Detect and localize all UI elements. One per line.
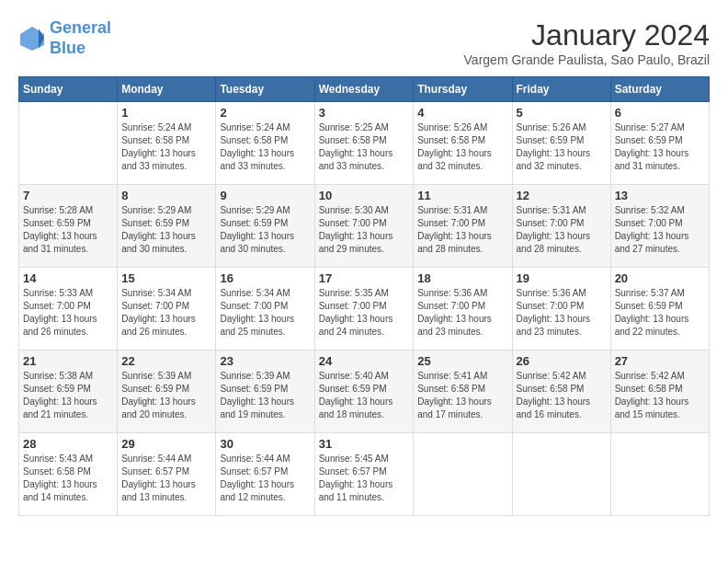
day-info: Sunrise: 5:45 AM Sunset: 6:57 PM Dayligh…: [319, 453, 410, 504]
day-cell: 19Sunrise: 5:36 AM Sunset: 7:00 PM Dayli…: [512, 268, 610, 350]
day-cell: 13Sunrise: 5:32 AM Sunset: 7:00 PM Dayli…: [610, 185, 709, 268]
day-cell: 12Sunrise: 5:31 AM Sunset: 7:00 PM Dayli…: [512, 185, 610, 268]
day-cell: 26Sunrise: 5:42 AM Sunset: 6:58 PM Dayli…: [512, 350, 610, 433]
day-number: 9: [220, 189, 310, 202]
day-number: 2: [220, 106, 310, 120]
day-number: 14: [23, 271, 113, 285]
month-title: January 2024: [464, 18, 710, 52]
day-cell: 25Sunrise: 5:41 AM Sunset: 6:58 PM Dayli…: [414, 350, 512, 433]
day-cell: 7Sunrise: 5:28 AM Sunset: 6:59 PM Daylig…: [19, 185, 118, 268]
logo-line1: General: [50, 18, 111, 37]
day-number: 24: [319, 354, 410, 368]
day-number: 23: [220, 354, 310, 368]
day-info: Sunrise: 5:36 AM Sunset: 7:00 PM Dayligh…: [417, 287, 507, 339]
day-info: Sunrise: 5:32 AM Sunset: 7:00 PM Dayligh…: [615, 204, 705, 256]
day-cell: 5Sunrise: 5:26 AM Sunset: 6:59 PM Daylig…: [512, 102, 610, 185]
week-row-1: 1Sunrise: 5:24 AM Sunset: 6:58 PM Daylig…: [19, 102, 710, 185]
day-info: Sunrise: 5:39 AM Sunset: 6:59 PM Dayligh…: [220, 370, 310, 421]
day-info: Sunrise: 5:39 AM Sunset: 6:59 PM Dayligh…: [121, 370, 211, 421]
week-row-3: 14Sunrise: 5:33 AM Sunset: 7:00 PM Dayli…: [19, 268, 710, 350]
day-cell: 22Sunrise: 5:39 AM Sunset: 6:59 PM Dayli…: [118, 350, 216, 433]
day-info: Sunrise: 5:35 AM Sunset: 7:00 PM Dayligh…: [319, 287, 410, 339]
day-number: 19: [517, 271, 607, 285]
logo: General Blue: [18, 18, 111, 58]
logo-line2: Blue: [50, 39, 111, 59]
day-cell: 15Sunrise: 5:34 AM Sunset: 7:00 PM Dayli…: [118, 268, 216, 350]
weekday-header-sunday: Sunday: [19, 77, 118, 102]
day-info: Sunrise: 5:37 AM Sunset: 6:59 PM Dayligh…: [615, 287, 705, 339]
day-cell: 31Sunrise: 5:45 AM Sunset: 6:57 PM Dayli…: [314, 433, 414, 516]
day-cell: [512, 433, 610, 516]
day-cell: 4Sunrise: 5:26 AM Sunset: 6:58 PM Daylig…: [414, 102, 512, 185]
day-number: 15: [121, 271, 211, 285]
day-info: Sunrise: 5:43 AM Sunset: 6:58 PM Dayligh…: [23, 453, 113, 504]
day-cell: 1Sunrise: 5:24 AM Sunset: 6:58 PM Daylig…: [118, 102, 216, 185]
title-block: January 2024 Vargem Grande Paulista, Sao…: [464, 18, 710, 67]
day-info: Sunrise: 5:24 AM Sunset: 6:58 PM Dayligh…: [121, 121, 211, 173]
day-cell: 8Sunrise: 5:29 AM Sunset: 6:59 PM Daylig…: [118, 185, 216, 268]
weekday-header-row: SundayMondayTuesdayWednesdayThursdayFrid…: [19, 77, 710, 102]
day-number: 18: [417, 271, 507, 285]
day-info: Sunrise: 5:30 AM Sunset: 7:00 PM Dayligh…: [319, 204, 410, 256]
day-cell: 29Sunrise: 5:44 AM Sunset: 6:57 PM Dayli…: [118, 433, 216, 516]
day-number: 17: [319, 271, 410, 285]
calendar-table: SundayMondayTuesdayWednesdayThursdayFrid…: [18, 76, 710, 516]
day-cell: [610, 433, 709, 516]
weekday-header-monday: Monday: [118, 77, 216, 102]
day-cell: 14Sunrise: 5:33 AM Sunset: 7:00 PM Dayli…: [19, 268, 118, 350]
day-number: 25: [417, 354, 507, 368]
day-cell: 11Sunrise: 5:31 AM Sunset: 7:00 PM Dayli…: [414, 185, 512, 268]
day-cell: 28Sunrise: 5:43 AM Sunset: 6:58 PM Dayli…: [19, 433, 118, 516]
day-cell: 17Sunrise: 5:35 AM Sunset: 7:00 PM Dayli…: [314, 268, 414, 350]
day-info: Sunrise: 5:31 AM Sunset: 7:00 PM Dayligh…: [417, 204, 507, 256]
location: Vargem Grande Paulista, Sao Paulo, Brazi…: [464, 52, 710, 67]
weekday-header-wednesday: Wednesday: [314, 77, 414, 102]
day-cell: 2Sunrise: 5:24 AM Sunset: 6:58 PM Daylig…: [216, 102, 314, 185]
page-header: General Blue January 2024 Vargem Grande …: [18, 18, 710, 67]
day-info: Sunrise: 5:38 AM Sunset: 6:59 PM Dayligh…: [23, 370, 113, 421]
day-cell: 27Sunrise: 5:42 AM Sunset: 6:58 PM Dayli…: [610, 350, 709, 433]
day-cell: [414, 433, 512, 516]
day-info: Sunrise: 5:26 AM Sunset: 6:59 PM Dayligh…: [517, 121, 607, 173]
day-number: 30: [220, 437, 310, 451]
day-number: 26: [517, 354, 607, 368]
day-info: Sunrise: 5:36 AM Sunset: 7:00 PM Dayligh…: [517, 287, 607, 339]
day-number: 29: [121, 437, 211, 451]
day-cell: 9Sunrise: 5:29 AM Sunset: 6:59 PM Daylig…: [216, 185, 314, 268]
day-number: 5: [517, 106, 607, 120]
day-number: 6: [615, 106, 705, 120]
day-number: 13: [615, 189, 705, 202]
day-number: 20: [615, 271, 705, 285]
day-cell: 23Sunrise: 5:39 AM Sunset: 6:59 PM Dayli…: [216, 350, 314, 433]
day-info: Sunrise: 5:29 AM Sunset: 6:59 PM Dayligh…: [220, 204, 310, 256]
day-cell: [19, 102, 118, 185]
day-info: Sunrise: 5:42 AM Sunset: 6:58 PM Dayligh…: [517, 370, 607, 421]
weekday-header-tuesday: Tuesday: [216, 77, 314, 102]
day-info: Sunrise: 5:42 AM Sunset: 6:58 PM Dayligh…: [615, 370, 705, 421]
day-cell: 30Sunrise: 5:44 AM Sunset: 6:57 PM Dayli…: [216, 433, 314, 516]
day-info: Sunrise: 5:40 AM Sunset: 6:59 PM Dayligh…: [319, 370, 410, 421]
day-info: Sunrise: 5:33 AM Sunset: 7:00 PM Dayligh…: [23, 287, 113, 339]
day-cell: 21Sunrise: 5:38 AM Sunset: 6:59 PM Dayli…: [19, 350, 118, 433]
week-row-2: 7Sunrise: 5:28 AM Sunset: 6:59 PM Daylig…: [19, 185, 710, 268]
day-number: 27: [615, 354, 705, 368]
day-cell: 16Sunrise: 5:34 AM Sunset: 7:00 PM Dayli…: [216, 268, 314, 350]
week-row-4: 21Sunrise: 5:38 AM Sunset: 6:59 PM Dayli…: [19, 350, 710, 433]
week-row-5: 28Sunrise: 5:43 AM Sunset: 6:58 PM Dayli…: [19, 433, 710, 516]
day-info: Sunrise: 5:25 AM Sunset: 6:58 PM Dayligh…: [319, 121, 410, 173]
day-info: Sunrise: 5:26 AM Sunset: 6:58 PM Dayligh…: [417, 121, 507, 173]
day-number: 3: [319, 106, 410, 120]
day-info: Sunrise: 5:44 AM Sunset: 6:57 PM Dayligh…: [220, 453, 310, 504]
day-number: 16: [220, 271, 310, 285]
day-info: Sunrise: 5:29 AM Sunset: 6:59 PM Dayligh…: [121, 204, 211, 256]
day-info: Sunrise: 5:44 AM Sunset: 6:57 PM Dayligh…: [121, 453, 211, 504]
day-cell: 10Sunrise: 5:30 AM Sunset: 7:00 PM Dayli…: [314, 185, 414, 268]
day-cell: 3Sunrise: 5:25 AM Sunset: 6:58 PM Daylig…: [314, 102, 414, 185]
day-info: Sunrise: 5:34 AM Sunset: 7:00 PM Dayligh…: [121, 287, 211, 339]
day-number: 1: [121, 106, 211, 120]
day-number: 7: [23, 189, 113, 202]
logo-text: General Blue: [50, 18, 111, 58]
day-cell: 18Sunrise: 5:36 AM Sunset: 7:00 PM Dayli…: [414, 268, 512, 350]
day-cell: 6Sunrise: 5:27 AM Sunset: 6:59 PM Daylig…: [610, 102, 709, 185]
day-number: 28: [23, 437, 113, 451]
